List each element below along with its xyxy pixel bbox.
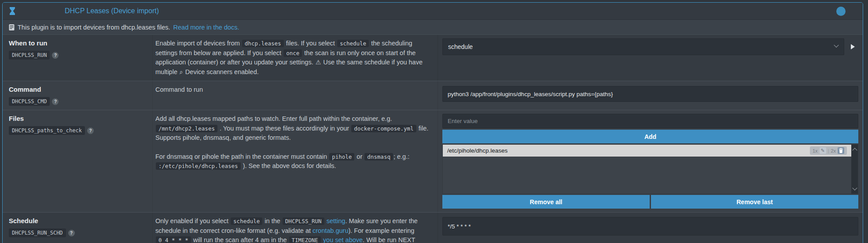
text-segment: ). See the above docs for details. [241,162,336,169]
files-list: /etc/pihole/dhcp.leases1x✎|2x [443,145,851,157]
panel-header: DHCP Leases (Device import) [3,3,863,20]
when-to-run-select[interactable]: schedule [442,38,844,55]
play-icon [851,44,855,49]
setting-control-cell [438,213,863,243]
hourglass-icon [9,7,15,15]
plugin-info-bar: This plugin is to import devices from dh… [3,20,863,35]
docs-link[interactable]: Read more in the docs. [173,24,239,31]
help-icon[interactable] [87,127,94,134]
setting-key-badge: DHCPLSS_CMD [9,97,50,106]
help-icon[interactable] [52,52,59,59]
text-segment: Device scanners enabled. [184,68,259,75]
edit-hint-count: 1x [813,148,818,153]
setting-description: Command to run [155,85,429,95]
plugin-settings-panel: DHCP Leases (Device import) This plugin … [2,2,863,243]
setting-description-cell: Only enabled if you select schedule in t… [152,213,438,243]
panel-title: DHCP Leases (Device import) [65,7,159,15]
setting-label-cell: Files DHCPLSS_paths_to_check [3,110,152,212]
text-segment: in the [263,217,282,224]
setting-description: Enable import of devices from dhcp.lease… [155,39,429,77]
files-listbox: /etc/pihole/dhcp.leases1x✎|2x [442,144,858,194]
inline-code: schedule [337,40,369,47]
inline-code: schedule [231,217,262,225]
setting-description-cell: Add all dhcp.leases mapped paths to watc… [152,110,438,212]
item-action-hints: 1x✎|2x [810,146,847,155]
inline-code: once [283,49,302,57]
plugin-enabled-indicator[interactable] [836,7,846,16]
setting-name: When to run [9,39,146,48]
command-input[interactable] [442,86,858,102]
hint-divider: | [828,148,829,153]
setting-row-when-to-run: When to run DHCPLSS_RUN Enable import of… [3,35,863,81]
scroll-up-icon[interactable] [852,148,857,153]
setting-label-cell: When to run DHCPLSS_RUN [3,35,152,81]
inline-code: dhcp.leases [242,40,284,47]
setting-name: Schedule [9,217,146,225]
text-segment: will run the scan after 4 am in the [191,236,289,243]
chevron-down-icon [834,43,839,48]
edit-icon: ✎ [820,147,826,154]
inline-code: :/etc/pihole/dhcp.leases [156,162,241,170]
setting-name: Files [9,114,146,123]
trash-icon [838,147,844,154]
text-segment: . You must map these files accordingly i… [218,125,351,132]
text-segment: Add all dhcp.leases mapped paths to watc… [155,115,392,122]
setting-description-cell: Command to run [152,81,438,110]
setting-key-badge: DHCPLSS_RUN_SCHD [9,228,66,237]
listbox-scrollbar[interactable] [851,145,858,194]
setting-key-badge: DHCPLSS_paths_to_check [9,126,85,135]
scroll-down-icon[interactable] [852,186,857,191]
remove-all-button[interactable]: Remove all [442,195,650,209]
inline-code: pihole [329,153,354,161]
setting-control-cell: schedule [438,35,863,81]
inline-link[interactable]: crontab.guru [313,227,348,234]
setting-label-cell: Schedule DHCPLSS_RUN_SCHD [3,213,152,243]
text-segment: files. If you select [284,40,337,47]
file-list-item[interactable]: /etc/pihole/dhcp.leases1x✎|2x [443,145,851,157]
inline-link[interactable]: you set above [323,236,363,243]
help-icon[interactable] [68,230,75,236]
setting-label-cell: Command DHCPLSS_CMD [3,81,152,110]
run-plugin-button[interactable] [847,39,858,55]
text-segment: Only enabled if you select [155,217,230,224]
text-segment: For dnsmasq or pihole the path in the co… [155,153,329,160]
text-segment: Enable import of devices from [155,40,242,47]
file-path: /etc/pihole/dhcp.leases [447,147,508,154]
add-button[interactable]: Add [442,130,858,143]
plugin-info-text: This plugin is to import devices from dh… [18,24,170,31]
text-segment: Command to run [155,86,203,93]
text-segment: ). For example entering [348,227,414,234]
setting-row-schedule: Schedule DHCPLSS_RUN_SCHD Only enabled i… [3,213,863,243]
search-plus-icon: ⌕ [179,68,184,75]
text-segment: or [355,153,364,160]
setting-description: Only enabled if you select schedule in t… [155,217,429,243]
setting-control-cell [438,81,863,110]
inline-code: DHCPLSS_RUN [283,217,324,225]
inline-code: dnsmasq [364,153,393,161]
inline-code: docker-compose.yml [351,125,416,132]
select-value: schedule [448,43,473,50]
docs-icon [9,24,15,30]
help-icon[interactable] [52,98,59,105]
setting-key-badge: DHCPLSS_RUN [9,51,50,60]
remove-last-button[interactable]: Remove last [651,195,858,209]
setting-row-files: Files DHCPLSS_paths_to_check Add all dhc… [3,110,863,213]
cron-schedule-input[interactable] [442,217,858,236]
warning-icon: ⚠ [315,59,322,66]
setting-name: Command [9,85,146,94]
setting-description: Add all dhcp.leases mapped paths to watc… [155,114,429,171]
inline-code: /mnt/dhcp2.leases [156,125,217,132]
setting-control-cell: Add /etc/pihole/dhcp.leases1x✎|2x Remove… [438,110,863,212]
inline-code: TIMEZONE [289,236,321,243]
setting-row-command: Command DHCPLSS_CMD Command to run [3,81,863,110]
new-path-input[interactable] [442,114,858,128]
setting-description-cell: Enable import of devices from dhcp.lease… [152,35,438,81]
inline-code: 0 4 * * * [156,236,191,243]
delete-hint-count: 2x [831,148,836,153]
inline-link[interactable]: setting [327,217,346,224]
text-segment: ; e.g.: [394,153,409,160]
